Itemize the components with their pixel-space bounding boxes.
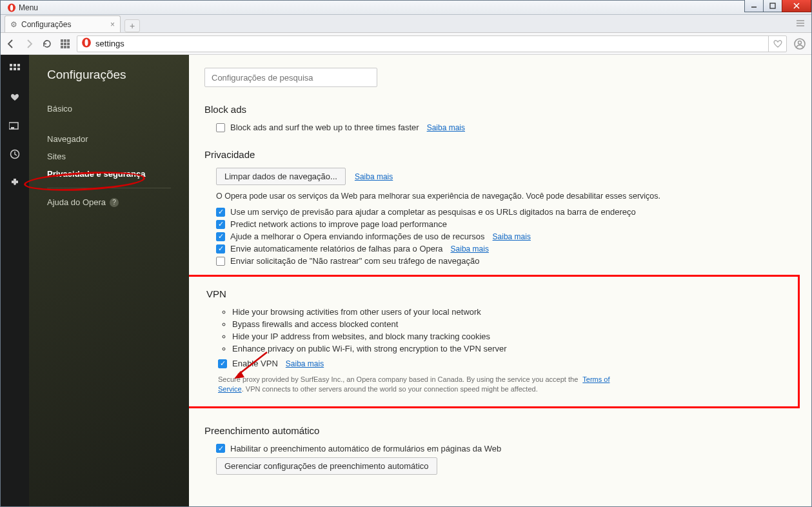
svg-line-5 bbox=[794, 3, 799, 8]
link-vpn-learn[interactable]: Saiba mais bbox=[286, 359, 324, 368]
section-block-ads-heading: Block ads bbox=[204, 104, 796, 115]
address-bar bbox=[1, 33, 811, 55]
vpn-fineprint: Secure proxy provided by SurfEasy Inc., … bbox=[218, 375, 618, 395]
checkbox-crash-report[interactable] bbox=[216, 244, 225, 254]
bookmark-button[interactable] bbox=[768, 36, 786, 52]
tab-strip: ⚙ Configurações × + bbox=[1, 15, 811, 33]
section-vpn-heading: VPN bbox=[206, 288, 782, 299]
svg-rect-11 bbox=[67, 39, 70, 42]
label-crash-report: Envie automaticamente relatórios de falh… bbox=[230, 244, 443, 254]
forward-button[interactable] bbox=[23, 37, 35, 50]
link-block-ads-learn[interactable]: Saiba mais bbox=[427, 123, 465, 132]
tab-menu-button[interactable] bbox=[795, 17, 806, 29]
tab-title: Configurações bbox=[21, 20, 71, 29]
svg-rect-29 bbox=[11, 127, 14, 129]
svg-rect-14 bbox=[67, 43, 70, 45]
svg-rect-23 bbox=[14, 64, 16, 66]
close-button[interactable] bbox=[782, 0, 811, 12]
settings-main[interactable]: Block ads Block ads and surf the web up … bbox=[189, 55, 811, 506]
link-usage-learn[interactable]: Saiba mais bbox=[493, 232, 531, 241]
svg-point-19 bbox=[84, 39, 88, 45]
rail-news[interactable] bbox=[8, 119, 21, 132]
label-enable-vpn: Enable VPN bbox=[232, 359, 278, 368]
svg-rect-24 bbox=[17, 64, 20, 66]
rail-history[interactable] bbox=[8, 148, 21, 161]
sidebar-item-basic[interactable]: Básico bbox=[47, 100, 189, 117]
sidebar-item-privacy[interactable]: Privacidade e segurança bbox=[47, 165, 189, 183]
svg-point-21 bbox=[798, 41, 802, 44]
label-dnt: Enviar solicitação de "Não rastrear" com… bbox=[230, 256, 479, 266]
vpn-bullet-4: Enhance privacy on public Wi-Fi, with st… bbox=[232, 344, 782, 353]
link-crash-learn[interactable]: Saiba mais bbox=[451, 244, 489, 254]
tab-close-button[interactable]: × bbox=[110, 20, 115, 29]
svg-rect-10 bbox=[64, 39, 66, 42]
sidebar-item-help[interactable]: Ajuda do Opera ? bbox=[47, 194, 189, 211]
sidebar-item-browser[interactable]: Navegador bbox=[47, 130, 189, 148]
settings-sidebar: Configurações Básico Navegador Sites Pri… bbox=[29, 55, 189, 506]
svg-rect-17 bbox=[67, 46, 70, 48]
svg-rect-27 bbox=[17, 68, 20, 70]
svg-rect-9 bbox=[61, 39, 63, 42]
rail-bookmarks[interactable] bbox=[8, 91, 21, 104]
tab-settings[interactable]: ⚙ Configurações × bbox=[5, 15, 121, 32]
rail-speed-dial[interactable] bbox=[8, 63, 21, 75]
content-area: Configurações Básico Navegador Sites Pri… bbox=[1, 55, 811, 506]
titlebar: Menu bbox=[1, 1, 811, 15]
speed-dial-button[interactable] bbox=[59, 37, 72, 50]
label-predict-network: Predict network actions to improve page … bbox=[230, 219, 447, 229]
checkbox-prediction-service[interactable] bbox=[216, 208, 225, 217]
checkbox-autofill[interactable] bbox=[216, 444, 225, 453]
new-tab-button[interactable]: + bbox=[124, 19, 140, 32]
menu-label: Menu bbox=[19, 3, 38, 12]
reload-button[interactable] bbox=[41, 37, 54, 50]
gear-icon: ⚙ bbox=[10, 20, 17, 29]
svg-rect-3 bbox=[770, 3, 775, 8]
label-autofill: Habilitar o preenchimento automático de … bbox=[230, 444, 501, 453]
checkbox-dnt[interactable] bbox=[216, 257, 225, 266]
label-prediction-service: Use um serviço de previsão para ajudar a… bbox=[230, 207, 636, 217]
opera-icon bbox=[81, 37, 92, 50]
svg-rect-22 bbox=[10, 64, 12, 66]
vpn-bullet-list: Hide your browsing activities from other… bbox=[232, 307, 782, 353]
svg-point-1 bbox=[10, 5, 13, 10]
search-settings-input[interactable] bbox=[204, 68, 377, 87]
svg-rect-13 bbox=[64, 43, 66, 45]
address-input[interactable] bbox=[95, 36, 768, 52]
checkbox-block-ads[interactable] bbox=[216, 123, 225, 132]
vpn-bullet-1: Hide your browsing activities from other… bbox=[232, 307, 782, 317]
help-icon: ? bbox=[110, 198, 119, 207]
browser-window: Menu ⚙ Configurações × + bbox=[0, 0, 812, 507]
checkbox-enable-vpn[interactable] bbox=[218, 359, 227, 368]
privacy-description: O Opera pode usar os serviços da Web par… bbox=[216, 192, 796, 201]
back-button[interactable] bbox=[5, 37, 17, 50]
link-clear-learn[interactable]: Saiba mais bbox=[355, 172, 393, 181]
address-field-wrap bbox=[77, 35, 787, 52]
checkbox-usage-info[interactable] bbox=[216, 232, 225, 241]
icon-rail bbox=[1, 55, 29, 506]
sidebar-title: Configurações bbox=[47, 68, 189, 82]
manage-autofill-button[interactable]: Gerenciar configurações de preenchimento… bbox=[216, 457, 437, 475]
sidebar-divider bbox=[47, 188, 171, 188]
help-label: Ajuda do Opera bbox=[47, 197, 106, 207]
svg-line-4 bbox=[794, 3, 799, 8]
window-buttons bbox=[745, 0, 811, 12]
checkbox-predict-network[interactable] bbox=[216, 220, 225, 229]
svg-rect-15 bbox=[61, 46, 63, 48]
rail-extensions[interactable] bbox=[8, 176, 21, 189]
annotation-vpn-box: VPN Hide your browsing activities from o… bbox=[189, 275, 800, 408]
clear-browsing-data-button[interactable]: Limpar dados de navegação... bbox=[216, 168, 346, 185]
section-autofill-heading: Preenchimento automático bbox=[204, 425, 796, 436]
section-privacy-heading: Privacidade bbox=[204, 149, 796, 160]
svg-rect-25 bbox=[10, 68, 12, 70]
svg-rect-12 bbox=[61, 43, 63, 45]
svg-rect-26 bbox=[14, 68, 16, 70]
profile-button[interactable] bbox=[792, 36, 807, 52]
svg-rect-16 bbox=[64, 46, 66, 48]
opera-icon bbox=[7, 3, 16, 12]
minimize-button[interactable] bbox=[744, 0, 764, 12]
maximize-button[interactable] bbox=[763, 0, 782, 12]
label-block-ads: Block ads and surf the web up to three t… bbox=[230, 123, 419, 132]
app-menu-button[interactable]: Menu bbox=[3, 3, 42, 12]
sidebar-item-sites[interactable]: Sites bbox=[47, 148, 189, 165]
label-usage-info: Ajude a melhorar o Opera enviando inform… bbox=[230, 232, 485, 241]
